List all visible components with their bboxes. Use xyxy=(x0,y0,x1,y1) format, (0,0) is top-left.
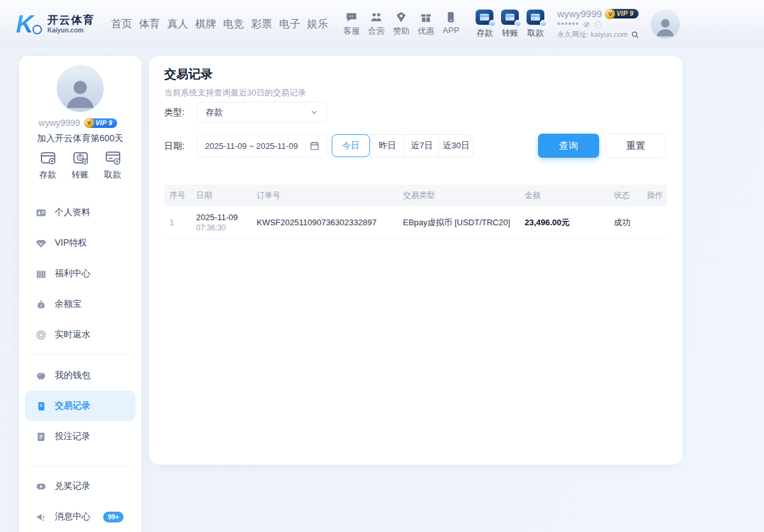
row-date: 2025-11-09 07:36:30 xyxy=(191,213,251,232)
sidebar-item-transactions[interactable]: 交易记录 xyxy=(25,391,136,421)
deposit-link[interactable]: 存款 xyxy=(476,10,493,39)
person-icon xyxy=(653,15,677,39)
withdraw-tile-icon xyxy=(527,10,544,25)
calendar-icon xyxy=(309,141,320,151)
piggy-bank-icon xyxy=(36,370,46,381)
avatar[interactable] xyxy=(651,10,680,39)
sidebar-item-prizes[interactable]: 兑奖记录 xyxy=(19,471,141,501)
eye-off-icon[interactable] xyxy=(583,20,591,29)
nav-item-esports[interactable]: 电竞 xyxy=(223,17,244,31)
preset-today-button[interactable]: 今日 xyxy=(332,134,370,157)
joined-days: 加入开云体育第600天 xyxy=(19,133,141,144)
transfer-link[interactable]: 转账 xyxy=(501,10,519,39)
preset-yesterday-button[interactable]: 昨日 xyxy=(370,135,404,157)
gift-boxes-icon xyxy=(36,269,46,279)
promo-link[interactable]: 优惠 xyxy=(418,11,434,37)
card-cash-icon xyxy=(104,149,122,166)
preset-7days-button[interactable]: 近7日 xyxy=(404,135,439,157)
divider xyxy=(29,466,131,466)
message-count-badge: 99+ xyxy=(103,512,124,522)
page-title: 交易记录 xyxy=(164,66,213,83)
nav-item-chess[interactable]: 棋牌 xyxy=(195,17,216,31)
transactions-table: 序号 日期 订单号 交易类型 金额 状态 操作 1 2025-11-09 07:… xyxy=(164,185,667,239)
divider xyxy=(29,354,131,354)
service-link[interactable]: 客服 xyxy=(343,11,360,37)
date-range-input[interactable]: 2025-11-09 ~ 2025-11-09 xyxy=(197,134,327,157)
chat-icon xyxy=(345,11,358,24)
phone-icon xyxy=(444,11,457,24)
app-link[interactable]: APP xyxy=(442,11,459,37)
username: wywy9999 xyxy=(557,8,602,19)
sidebar-deposit-button[interactable]: 存款 xyxy=(32,149,64,181)
sidebar-item-vip[interactable]: VIP特权 xyxy=(19,228,141,258)
sidebar-username: wywy9999 xyxy=(39,118,80,128)
sidebar-transfer-button[interactable]: 转账 xyxy=(64,149,96,181)
nav-item-home[interactable]: 首页 xyxy=(111,17,132,31)
row-order-number: KWSF202511090736302332897 xyxy=(251,218,398,227)
nav-item-live[interactable]: 真人 xyxy=(167,17,188,31)
brand-logo[interactable]: K 开云体育 Kaiyun.com xyxy=(16,12,94,36)
brand-name: 开云体育 xyxy=(47,14,94,27)
nav-item-sports[interactable]: 体育 xyxy=(139,17,160,31)
nav-item-lottery[interactable]: 彩票 xyxy=(251,17,272,31)
sidebar-item-bets[interactable]: 投注记录 xyxy=(19,421,141,452)
sidebar-menu-group-1: 个人资料 VIP特权 福利中心 余额宝 实时返水 xyxy=(19,197,141,350)
row-index: 1 xyxy=(164,218,191,227)
quick-links: 客服 合营 赞助 优惠 APP xyxy=(343,11,459,37)
document-icon xyxy=(36,431,46,442)
diamond-plus-icon xyxy=(395,11,407,24)
main-nav: 首页 体育 真人 棋牌 电竞 彩票 电子 娱乐 xyxy=(111,17,328,31)
sidebar-avatar[interactable] xyxy=(57,65,104,112)
vip-gem-icon: V xyxy=(84,118,94,128)
sidebar-item-profile[interactable]: 个人资料 xyxy=(19,197,141,228)
sidebar-item-welfare[interactable]: 福利中心 xyxy=(19,258,141,289)
coin-badge-icon xyxy=(489,20,496,27)
deposit-tile-icon xyxy=(476,10,493,25)
partnership-link[interactable]: 合营 xyxy=(368,11,385,37)
table-row: 1 2025-11-09 07:36:30 KWSF20251109073630… xyxy=(164,206,667,239)
reset-button[interactable]: 重置 xyxy=(605,134,666,158)
brand-domain: Kaiyun.com xyxy=(47,27,94,34)
user-summary: wywy9999 V VIP 9 ****** 永久网址: kaiyun.com xyxy=(557,8,643,39)
date-range-presets: 今日 昨日 近7日 近30日 xyxy=(332,134,474,157)
megaphone-icon xyxy=(36,512,46,522)
chevron-circle-icon[interactable] xyxy=(594,20,602,29)
type-select[interactable]: 存款 xyxy=(197,102,327,123)
people-icon xyxy=(370,11,383,24)
vip-badge: V VIP 9 xyxy=(605,9,643,19)
sidebar-item-rebate[interactable]: 实时返水 xyxy=(19,319,141,350)
table-header-row: 序号 日期 订单号 交易类型 金额 状态 操作 xyxy=(164,185,667,206)
nav-item-entertainment[interactable]: 娱乐 xyxy=(307,17,328,31)
money-bag-icon xyxy=(36,299,46,310)
person-icon xyxy=(61,74,99,112)
withdraw-link[interactable]: 取款 xyxy=(527,10,544,39)
permanent-url: 永久网址: kaiyun.com xyxy=(557,30,628,39)
sidebar-item-yuebao[interactable]: 余额宝 xyxy=(19,289,141,319)
coin-badge-icon xyxy=(540,20,547,27)
sidebar-item-messages[interactable]: 消息中心 99+ xyxy=(19,501,141,532)
search-icon[interactable] xyxy=(631,31,639,39)
sidebar-item-wallet[interactable]: 我的钱包 xyxy=(19,360,141,391)
target-circle-icon xyxy=(36,330,46,340)
masked-balance: ****** xyxy=(557,21,579,29)
id-card-icon xyxy=(36,207,46,218)
row-amount: 23,496.00元 xyxy=(520,217,609,228)
nav-item-slots[interactable]: 电子 xyxy=(279,17,300,31)
soccer-ball-icon xyxy=(32,25,42,34)
sidebar-menu-group-3: 兑奖记录 消息中心 99+ xyxy=(19,471,141,532)
transfer-tile-icon xyxy=(501,10,519,25)
date-label: 日期: xyxy=(164,141,185,152)
row-transaction-type: EBpay虚拟币 [USDT/TRC20] xyxy=(398,217,520,228)
sidebar: wywy9999 V VIP 9 加入开云体育第600天 存款 转账 取款 xyxy=(19,56,141,532)
wallet-links: 存款 转账 取款 xyxy=(476,10,544,39)
coin-badge-icon xyxy=(514,20,521,27)
sponsor-link[interactable]: 赞助 xyxy=(393,11,409,37)
query-button[interactable]: 查询 xyxy=(538,134,599,158)
preset-30days-button[interactable]: 近30日 xyxy=(439,135,473,157)
logo-k-icon: K xyxy=(16,12,39,36)
top-bar: K 开云体育 Kaiyun.com 首页 体育 真人 棋牌 电竞 彩票 电子 娱… xyxy=(0,0,764,48)
ticket-icon xyxy=(36,481,46,492)
transfer-card-icon xyxy=(72,149,89,166)
sidebar-vip-badge: V VIP 9 xyxy=(84,118,122,128)
sidebar-withdraw-button[interactable]: 取款 xyxy=(97,149,129,181)
